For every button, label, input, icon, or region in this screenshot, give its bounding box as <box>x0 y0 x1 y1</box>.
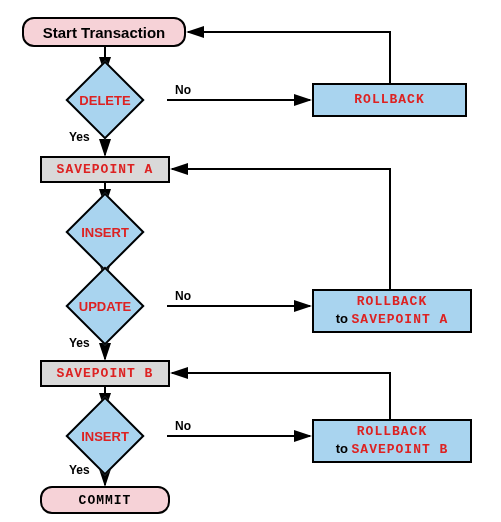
node-rollback: ROLLBACK <box>312 83 467 117</box>
node-savepoint-b: SAVEPOINT B <box>40 360 170 387</box>
node-savepoint-a: SAVEPOINT A <box>40 156 170 183</box>
label-delete-no: No <box>175 83 191 97</box>
label-insert2-yes: Yes <box>69 463 90 477</box>
savepoint-a-label: SAVEPOINT A <box>57 162 154 177</box>
node-commit: COMMIT <box>40 486 170 514</box>
rollback-label: ROLLBACK <box>354 92 424 108</box>
rollback-b-line2: to SAVEPOINT B <box>336 441 449 458</box>
commit-label: COMMIT <box>79 493 132 508</box>
node-rollback-savepoint-a: ROLLBACK to SAVEPOINT A <box>312 289 472 333</box>
label-update-no: No <box>175 289 191 303</box>
label-insert2-no: No <box>175 419 191 433</box>
rollback-a-line1: ROLLBACK <box>357 294 427 310</box>
label-delete-yes: Yes <box>69 130 90 144</box>
node-start-transaction: Start Transaction <box>22 17 186 47</box>
rollback-b-line1: ROLLBACK <box>357 424 427 440</box>
rollback-a-line2: to SAVEPOINT A <box>336 311 449 328</box>
label-update-yes: Yes <box>69 336 90 350</box>
savepoint-b-label: SAVEPOINT B <box>57 366 154 381</box>
node-rollback-savepoint-b: ROLLBACK to SAVEPOINT B <box>312 419 472 463</box>
